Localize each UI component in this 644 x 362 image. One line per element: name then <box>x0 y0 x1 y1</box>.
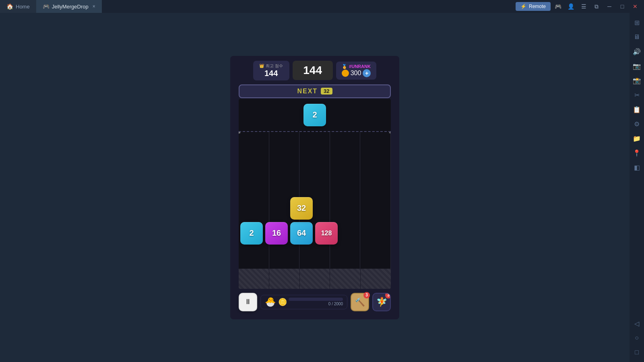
block-32-col3: 32 <box>290 197 313 220</box>
bolt-icon: ⚡ <box>520 4 526 9</box>
xp-text: 0 / 2000 <box>328 302 343 306</box>
coin-icon <box>342 70 349 77</box>
titlebar-controls: ⚡ Remote 🎮 👤 ☰ ⧉ ─ □ ✕ <box>516 1 644 12</box>
sidebar-icon-speaker[interactable]: 🔊 <box>630 45 643 58</box>
falling-block-value: 2 <box>312 110 317 119</box>
main-content: 👑 최고 점수 144 144 🏅 #UNRANK 300 + <box>0 13 630 362</box>
user-icon-btn[interactable]: 👤 <box>565 1 576 12</box>
score-header: 👑 최고 점수 144 144 🏅 #UNRANK 300 + <box>230 56 399 84</box>
sidebar-icon-camera[interactable]: 📷 <box>630 60 643 72</box>
block-2-col1: 2 <box>240 222 263 245</box>
sidebar-icon-location[interactable]: 📍 <box>630 146 643 159</box>
sidebar-icon-square[interactable]: □ <box>630 346 643 359</box>
hammer-icon: 🔨 <box>355 297 365 307</box>
current-score-value: 144 <box>301 64 325 77</box>
sidebar-icon-grid[interactable]: ⊞ <box>630 16 643 29</box>
sidebar-icon-clipboard[interactable]: 📋 <box>630 103 643 116</box>
current-score-box: 144 <box>293 61 333 80</box>
sidebar-icon-screen[interactable]: 🖥 <box>630 31 643 43</box>
block-64-col3: 64 <box>290 222 313 245</box>
bottom-blocked-row <box>239 269 391 289</box>
blocked-cell-1 <box>239 269 269 289</box>
power-badge-2: 3 <box>385 293 391 298</box>
drop-zone[interactable]: 2 <box>239 99 391 131</box>
block-16-col2: 16 <box>265 222 288 245</box>
xp-bar-background <box>289 298 343 301</box>
game-area: 👑 최고 점수 144 144 🏅 #UNRANK 300 + <box>230 56 399 319</box>
next-label: NEXT <box>297 88 318 95</box>
titlebar: 🏠 Home 🎮 JellyMergeDrop × ⚡ Remote 🎮 👤 ☰… <box>0 0 644 13</box>
power-button-1[interactable]: 🔨 3 <box>351 293 369 311</box>
column-5[interactable] <box>360 132 391 269</box>
best-score-label: 👑 최고 점수 <box>259 63 283 69</box>
home-tab[interactable]: 🏠 Home <box>0 0 36 13</box>
sidebar-icon-cut[interactable]: ✂ <box>630 88 643 101</box>
rank-coins: 300 + <box>342 69 371 77</box>
remote-label: Remote <box>529 4 546 9</box>
menu-icon-btn[interactable]: ☰ <box>578 1 589 12</box>
column-4[interactable] <box>330 132 361 269</box>
pause-button[interactable]: ⏸ <box>239 293 257 311</box>
close-btn[interactable]: ✕ <box>630 1 641 12</box>
pause-icon: ⏸ <box>244 298 252 306</box>
sidebar-icon-back[interactable]: ◁ <box>630 317 643 330</box>
xp-bar-wrapper: 0 / 2000 <box>289 298 343 306</box>
maximize-btn[interactable]: □ <box>617 1 628 12</box>
sidebar-icon-screenshot[interactable]: 📸 <box>630 74 643 87</box>
xp-container: 🐣 🪙 0 / 2000 <box>260 295 347 309</box>
game-tab-icon: 🎮 <box>43 3 50 10</box>
best-score-box: 👑 최고 점수 144 <box>253 61 289 80</box>
game-tab-label: JellyMergeDrop <box>52 4 89 10</box>
blocked-cell-2 <box>269 269 300 289</box>
coin-value: 300 <box>351 70 361 77</box>
game-tab[interactable]: 🎮 JellyMergeDrop × <box>36 0 102 13</box>
power-badge-1: 3 <box>363 292 370 298</box>
next-value-badge: 32 <box>321 88 332 95</box>
tab-close-button[interactable]: × <box>93 4 95 9</box>
gamepad-icon-btn[interactable]: 🎮 <box>552 1 564 12</box>
home-tab-label: Home <box>16 4 30 10</box>
best-score-value: 144 <box>264 69 278 78</box>
rank-label: 🏅 #UNRANK <box>342 64 371 69</box>
remote-button[interactable]: ⚡ Remote <box>516 2 551 11</box>
sidebar-icon-circle[interactable]: ○ <box>630 331 643 344</box>
column-1[interactable] <box>239 132 269 269</box>
right-sidebar: ⊞ 🖥 🔊 📷 📸 ✂ 📋 ⚙ 📁 📍 ◧ ◁ ○ □ <box>630 13 644 362</box>
sidebar-icon-layout[interactable]: ◧ <box>630 161 643 174</box>
character-icon: 🧚 <box>376 297 387 307</box>
blocked-cell-3 <box>300 269 330 289</box>
coin-xp-icon: 🪙 <box>278 298 287 306</box>
minimize-btn[interactable]: ─ <box>604 1 615 12</box>
sidebar-icon-settings[interactable]: ⚙ <box>630 117 643 130</box>
blocked-cell-5 <box>361 269 391 289</box>
falling-block: 2 <box>303 104 326 126</box>
home-icon: 🏠 <box>6 3 13 10</box>
chicken-icon: 🐣 <box>265 297 276 307</box>
rank-icon: 🏅 <box>342 64 347 69</box>
power-button-2[interactable]: 🧚 3 <box>372 293 391 311</box>
window-icon-btn[interactable]: ⧉ <box>591 1 602 12</box>
sidebar-icon-folder[interactable]: 📁 <box>630 132 643 145</box>
crown-icon: 👑 <box>259 64 264 68</box>
block-128-col4: 128 <box>315 222 338 245</box>
bottom-controls: ⏸ 🐣 🪙 0 / 2000 🔨 3 <box>239 293 391 311</box>
game-board[interactable]: 2 ▶ ◀ 2 16 64 <box>239 99 391 289</box>
game-columns[interactable]: 2 16 64 128 32 <box>239 132 391 269</box>
rank-box: 🏅 #UNRANK 300 + <box>336 62 377 80</box>
blocked-cell-4 <box>330 269 361 289</box>
add-coins-button[interactable]: + <box>363 69 371 77</box>
next-bar: NEXT 32 <box>239 84 391 98</box>
